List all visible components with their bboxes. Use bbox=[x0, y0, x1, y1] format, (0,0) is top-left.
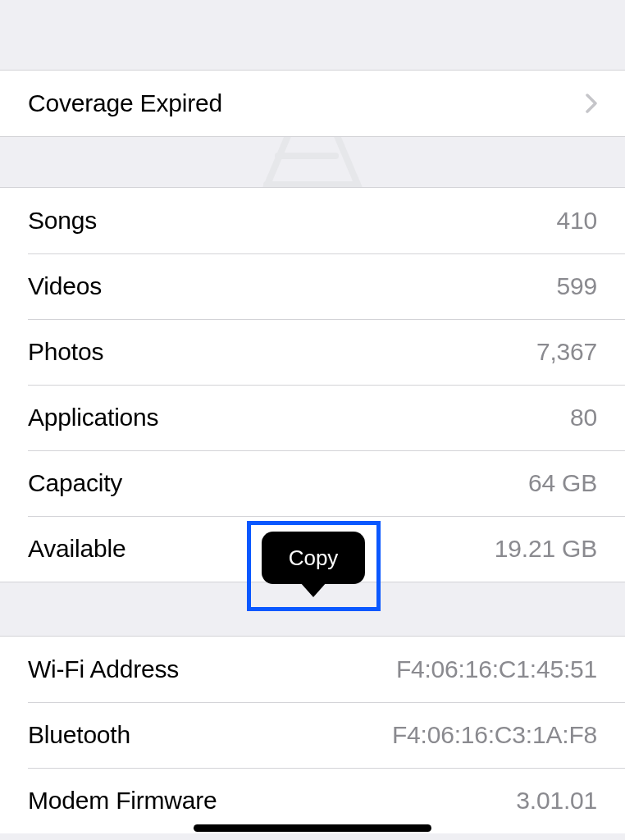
songs-value: 410 bbox=[557, 207, 597, 235]
songs-label: Songs bbox=[28, 207, 97, 235]
available-value: 19.21 GB bbox=[495, 535, 597, 563]
bluetooth-value: F4:06:16:C3:1A:F8 bbox=[392, 721, 597, 749]
photos-label: Photos bbox=[28, 338, 103, 366]
wifi-address-row[interactable]: Wi-Fi Address F4:06:16:C1:45:51 bbox=[0, 637, 625, 702]
home-indicator[interactable] bbox=[194, 824, 431, 832]
modem-value: 3.01.01 bbox=[516, 787, 597, 815]
bluetooth-row[interactable]: Bluetooth F4:06:16:C3:1A:F8 bbox=[0, 702, 625, 768]
capacity-label: Capacity bbox=[28, 469, 122, 497]
modem-firmware-row[interactable]: Modem Firmware 3.01.01 bbox=[0, 768, 625, 833]
coverage-expired-row[interactable]: Coverage Expired bbox=[0, 71, 625, 136]
available-label: Available bbox=[28, 535, 125, 563]
wifi-label: Wi-Fi Address bbox=[28, 655, 179, 683]
videos-row[interactable]: Videos 599 bbox=[0, 253, 625, 319]
applications-label: Applications bbox=[28, 404, 158, 431]
videos-value: 599 bbox=[557, 272, 597, 300]
applications-value: 80 bbox=[570, 404, 597, 431]
capacity-row[interactable]: Capacity 64 GB bbox=[0, 450, 625, 516]
capacity-value: 64 GB bbox=[528, 469, 597, 497]
copy-popover[interactable]: Copy bbox=[262, 532, 365, 584]
photos-row[interactable]: Photos 7,367 bbox=[0, 319, 625, 385]
wifi-value: F4:06:16:C1:45:51 bbox=[396, 655, 597, 683]
modem-label: Modem Firmware bbox=[28, 787, 217, 815]
coverage-label: Coverage Expired bbox=[28, 89, 222, 117]
videos-label: Videos bbox=[28, 272, 102, 300]
photos-value: 7,367 bbox=[536, 338, 597, 366]
chevron-right-icon bbox=[586, 94, 597, 113]
bluetooth-label: Bluetooth bbox=[28, 721, 130, 749]
copy-popover-label: Copy bbox=[289, 546, 339, 571]
applications-row[interactable]: Applications 80 bbox=[0, 385, 625, 450]
songs-row[interactable]: Songs 410 bbox=[0, 188, 625, 253]
